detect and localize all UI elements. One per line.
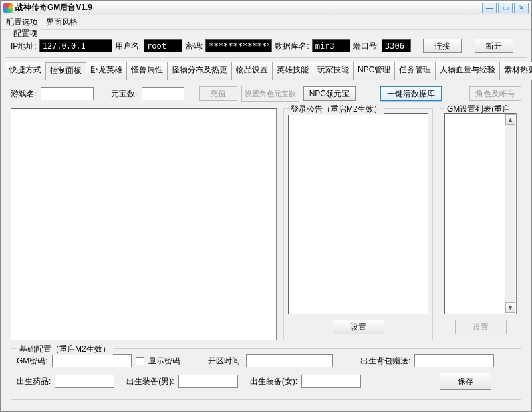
port-label: 端口号: bbox=[353, 41, 379, 52]
save-button[interactable]: 保存 bbox=[440, 373, 491, 390]
login-notice-area[interactable] bbox=[288, 113, 428, 314]
tab-task-manage[interactable]: 任务管理 bbox=[394, 62, 436, 80]
ip-input[interactable] bbox=[39, 39, 112, 52]
disconnect-button[interactable]: 断开 bbox=[475, 39, 513, 53]
birth-bag-input[interactable] bbox=[414, 354, 494, 367]
tab-hp-exp[interactable]: 人物血量与经验 bbox=[435, 62, 500, 80]
recharge-button[interactable]: 充值 bbox=[199, 86, 237, 101]
tab-monster-dist[interactable]: 怪物分布及热更 bbox=[167, 62, 232, 80]
birth-eq-m-label: 出生装备(男): bbox=[126, 376, 174, 387]
db-label: 数据库名: bbox=[275, 41, 309, 52]
open-time-label: 开区时间: bbox=[208, 356, 242, 367]
npc-gold-button[interactable]: NPC领元宝 bbox=[303, 86, 356, 101]
user-label: 用户名: bbox=[115, 41, 141, 52]
clear-db-button[interactable]: 一键清数据库 bbox=[380, 86, 442, 101]
gold-label: 元宝数: bbox=[111, 88, 137, 100]
scroll-down-icon[interactable]: ▼ bbox=[505, 302, 515, 313]
tab-panel: 游戏名: 元宝数: 充值 设置角色元宝数 NPC领元宝 一键清数据库 角色及帐号… bbox=[5, 80, 527, 407]
gm-list-set-button[interactable]: 设置 bbox=[455, 320, 507, 334]
basic-config-legend: 基础配置（重启M2生效） bbox=[17, 344, 113, 355]
main-list-box[interactable] bbox=[11, 108, 277, 340]
birth-med-input[interactable] bbox=[55, 375, 114, 388]
user-input[interactable] bbox=[144, 39, 182, 52]
app-icon bbox=[3, 3, 13, 13]
menu-config[interactable]: 配置选项 bbox=[6, 17, 38, 28]
pwd-label: 密码: bbox=[185, 41, 203, 52]
tab-monster-attr[interactable]: 怪兽属性 bbox=[126, 62, 168, 80]
close-button[interactable]: ✕ bbox=[514, 3, 529, 13]
connect-button[interactable]: 连接 bbox=[423, 39, 462, 53]
birth-bag-label: 出生背包赠送: bbox=[360, 356, 410, 367]
tab-player-skill[interactable]: 玩家技能 bbox=[313, 62, 354, 80]
tab-item-setting[interactable]: 物品设置 bbox=[231, 62, 273, 80]
login-notice-group: 登录公告（重启M2生效） 设置 bbox=[283, 108, 433, 340]
gm-list-area[interactable]: ▲ ▼ bbox=[444, 113, 517, 314]
minimize-button[interactable]: ― bbox=[482, 3, 497, 13]
connection-group: 配置项 IP地址: 用户名: 密码: 数据库名: 端口号: 连接 断开 bbox=[5, 33, 527, 58]
role-acct-button[interactable]: 角色及帐号 bbox=[469, 86, 521, 101]
game-input[interactable] bbox=[41, 87, 94, 100]
tab-strip: 快捷方式 控制面板 卧龙英雄 怪兽属性 怪物分布及热更 物品设置 英雄技能 玩家… bbox=[5, 62, 527, 80]
basic-config-group: 基础配置（重启M2生效） GM密码: 显示密码 开区时间: 出生背包赠送: 出生… bbox=[11, 348, 521, 400]
tab-asset-hotfix[interactable]: 素材热更 bbox=[499, 62, 532, 80]
birth-eq-m-input[interactable] bbox=[178, 375, 238, 388]
tab-wolong-hero[interactable]: 卧龙英雄 bbox=[86, 62, 127, 80]
tab-shortcut[interactable]: 快捷方式 bbox=[5, 62, 46, 80]
title-bar: 战神传奇GM后台V1.9 ― ▭ ✕ bbox=[1, 1, 531, 15]
menu-bar: 配置选项 界面风格 bbox=[1, 15, 531, 30]
birth-eq-f-label: 出生装备(女): bbox=[250, 376, 297, 387]
maximize-button[interactable]: ▭ bbox=[498, 3, 513, 13]
gm-pwd-label: GM密码: bbox=[17, 356, 48, 367]
login-notice-set-button[interactable]: 设置 bbox=[332, 320, 384, 334]
menu-style[interactable]: 界面风格 bbox=[46, 17, 78, 28]
connection-legend: 配置项 bbox=[11, 28, 40, 39]
gm-list-group: GM设置列表(重启M2) ▲ ▼ 设置 bbox=[440, 108, 521, 340]
scroll-up-icon[interactable]: ▲ bbox=[505, 114, 515, 125]
db-input[interactable] bbox=[312, 39, 350, 52]
gm-list-scrollbar[interactable]: ▲ ▼ bbox=[505, 114, 515, 313]
open-time-input[interactable] bbox=[246, 354, 332, 367]
set-role-gold-button[interactable]: 设置角色元宝数 bbox=[241, 86, 299, 102]
port-input[interactable] bbox=[382, 39, 411, 52]
show-pwd-label: 显示密码 bbox=[148, 356, 180, 367]
game-label: 游戏名: bbox=[11, 88, 37, 100]
login-notice-legend: 登录公告（重启M2生效） bbox=[288, 104, 384, 115]
birth-eq-f-input[interactable] bbox=[301, 375, 361, 388]
ip-label: IP地址: bbox=[11, 41, 37, 52]
show-pwd-checkbox[interactable] bbox=[136, 357, 144, 365]
app-window: 战神传奇GM后台V1.9 ― ▭ ✕ 配置选项 界面风格 配置项 IP地址: 用… bbox=[0, 0, 532, 412]
tab-npc-manage[interactable]: NPC管理 bbox=[353, 62, 395, 80]
pwd-input[interactable] bbox=[205, 39, 272, 52]
gm-pwd-input[interactable] bbox=[52, 354, 132, 367]
gold-input[interactable] bbox=[142, 87, 184, 100]
tab-hero-skill[interactable]: 英雄技能 bbox=[272, 62, 313, 80]
tab-control-panel[interactable]: 控制面板 bbox=[45, 62, 86, 80]
birth-med-label: 出生药品: bbox=[17, 376, 51, 387]
window-title: 战神传奇GM后台V1.9 bbox=[15, 2, 482, 13]
